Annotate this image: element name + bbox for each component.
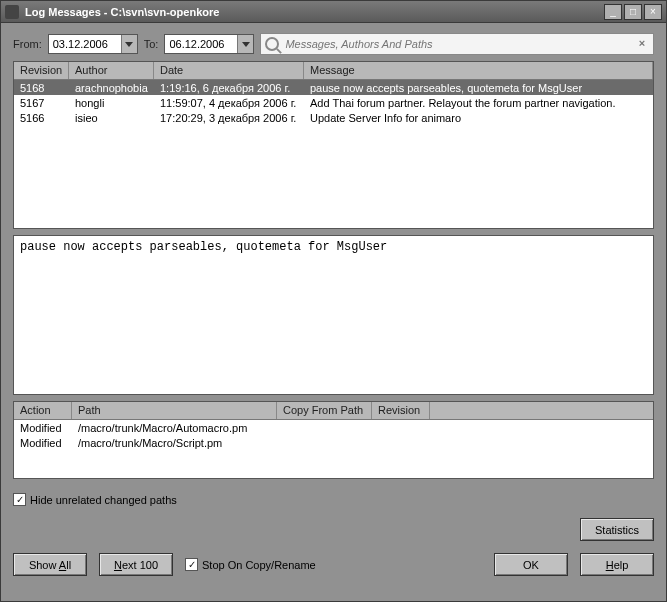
from-date-input[interactable] <box>49 35 121 53</box>
cell-author: arachnophobia <box>69 81 154 95</box>
cell-path: /macro/trunk/Macro/Automacro.pm <box>72 421 653 435</box>
show-all-button[interactable]: Show All <box>13 553 87 576</box>
changed-files-list: Action Path Copy From Path Revision Modi… <box>13 401 654 479</box>
clear-search-button[interactable]: × <box>635 37 649 51</box>
col-copy-from[interactable]: Copy From Path <box>277 402 372 419</box>
cell-author: isieo <box>69 111 154 125</box>
col-message[interactable]: Message <box>304 62 653 79</box>
search-input[interactable] <box>285 38 635 50</box>
col-revision[interactable]: Revision <box>14 62 69 79</box>
col-path[interactable]: Path <box>72 402 277 419</box>
to-date-dropdown[interactable] <box>237 35 253 53</box>
app-icon <box>5 5 19 19</box>
revision-row[interactable]: 5166isieo17:20:29, 3 декабря 2006 г.Upda… <box>14 110 653 125</box>
cell-message: Update Server Info for animaro <box>304 111 653 125</box>
maximize-button[interactable]: □ <box>624 4 642 20</box>
titlebar[interactable]: Log Messages - C:\svn\svn-openkore _ □ × <box>1 1 666 23</box>
window-title: Log Messages - C:\svn\svn-openkore <box>25 6 604 18</box>
revision-row[interactable]: 5168arachnophobia1:19:16, 6 декабря 2006… <box>14 80 653 95</box>
log-messages-window: Log Messages - C:\svn\svn-openkore _ □ ×… <box>0 0 667 602</box>
revision-list-header: Revision Author Date Message <box>14 62 653 80</box>
stop-on-copy-checkbox[interactable]: ✓ <box>185 558 198 571</box>
col-date[interactable]: Date <box>154 62 304 79</box>
to-datepicker[interactable] <box>164 34 254 54</box>
col-author[interactable]: Author <box>69 62 154 79</box>
close-button[interactable]: × <box>644 4 662 20</box>
cell-revision: 5166 <box>14 111 69 125</box>
cell-date: 1:19:16, 6 декабря 2006 г. <box>154 81 304 95</box>
col-action[interactable]: Action <box>14 402 72 419</box>
cell-date: 11:59:07, 4 декабря 2006 г. <box>154 96 304 110</box>
from-label: From: <box>13 38 42 50</box>
hide-paths-row: ✓ Hide unrelated changed paths <box>13 485 654 506</box>
cell-date: 17:20:29, 3 декабря 2006 г. <box>154 111 304 125</box>
statistics-row: Statistics <box>13 512 654 541</box>
ok-button[interactable]: OK <box>494 553 568 576</box>
chevron-down-icon <box>125 42 133 47</box>
files-list-header: Action Path Copy From Path Revision <box>14 402 653 420</box>
filter-row: From: To: × <box>13 33 654 55</box>
search-icon <box>265 37 279 51</box>
bottom-button-row: Show All Next 100 ✓ Stop On Copy/Rename … <box>13 547 654 576</box>
cell-action: Modified <box>14 421 72 435</box>
cell-author: hongli <box>69 96 154 110</box>
cell-message: Add Thai forum partner. Relayout the for… <box>304 96 653 110</box>
stop-on-copy-group: ✓ Stop On Copy/Rename <box>185 558 316 571</box>
from-date-dropdown[interactable] <box>121 35 137 53</box>
cell-revision: 5168 <box>14 81 69 95</box>
file-rows: Modified/macro/trunk/Macro/Automacro.pmM… <box>14 420 653 478</box>
file-row[interactable]: Modified/macro/trunk/Macro/Automacro.pm <box>14 420 653 435</box>
file-row[interactable]: Modified/macro/trunk/Macro/Script.pm <box>14 435 653 450</box>
to-date-input[interactable] <box>165 35 237 53</box>
revision-row[interactable]: 5167hongli11:59:07, 4 декабря 2006 г.Add… <box>14 95 653 110</box>
revision-rows: 5168arachnophobia1:19:16, 6 декабря 2006… <box>14 80 653 228</box>
stop-on-copy-label: Stop On Copy/Rename <box>202 559 316 571</box>
statistics-button[interactable]: Statistics <box>580 518 654 541</box>
message-detail[interactable]: pause now accepts parseables, quotemeta … <box>13 235 654 395</box>
search-box[interactable]: × <box>260 33 654 55</box>
from-datepicker[interactable] <box>48 34 138 54</box>
cell-revision: 5167 <box>14 96 69 110</box>
hide-unrelated-label: Hide unrelated changed paths <box>30 494 177 506</box>
cell-action: Modified <box>14 436 72 450</box>
minimize-button[interactable]: _ <box>604 4 622 20</box>
help-button[interactable]: Help <box>580 553 654 576</box>
client-area: From: To: × Revision Author Date Message <box>1 23 666 601</box>
col-file-revision[interactable]: Revision <box>372 402 430 419</box>
to-label: To: <box>144 38 159 50</box>
next-100-button[interactable]: Next 100 <box>99 553 173 576</box>
cell-message: pause now accepts parseables, quotemeta … <box>304 81 653 95</box>
revision-list: Revision Author Date Message 5168arachno… <box>13 61 654 229</box>
chevron-down-icon <box>242 42 250 47</box>
hide-unrelated-checkbox[interactable]: ✓ <box>13 493 26 506</box>
cell-path: /macro/trunk/Macro/Script.pm <box>72 436 653 450</box>
